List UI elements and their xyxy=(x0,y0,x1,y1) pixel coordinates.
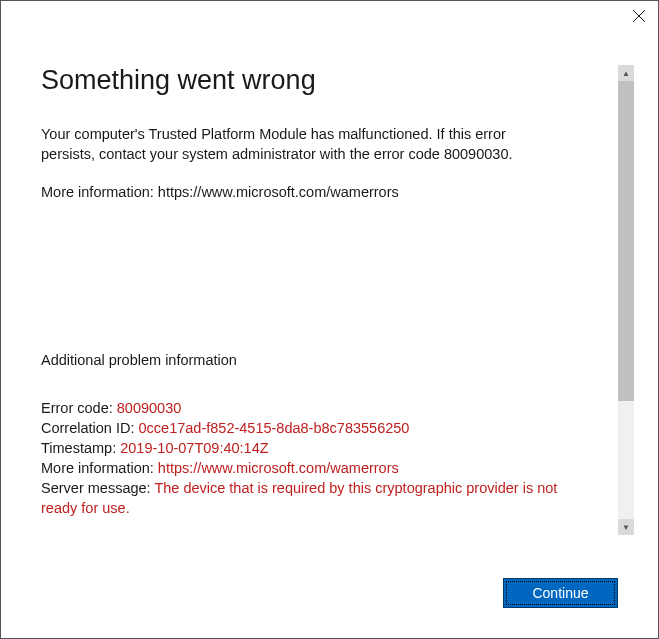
additional-info-header: Additional problem information xyxy=(41,352,618,368)
dialog-footer: Continue xyxy=(1,568,658,638)
detail-more-info-line: More information: https://www.microsoft.… xyxy=(41,458,618,478)
correlation-id-label: Correlation ID: xyxy=(41,420,139,436)
timestamp-line: Timestamp: 2019-10-07T09:40:14Z xyxy=(41,438,618,458)
error-code-value: 80090030 xyxy=(117,400,182,416)
scrollbar[interactable]: ▲ ▼ xyxy=(618,65,634,535)
error-code-label: Error code: xyxy=(41,400,117,416)
timestamp-label: Timestamp: xyxy=(41,440,120,456)
dialog-content: Something went wrong Your computer's Tru… xyxy=(1,1,658,568)
timestamp-value: 2019-10-07T09:40:14Z xyxy=(120,440,268,456)
scrollbar-thumb[interactable] xyxy=(618,81,634,401)
detail-more-info-label: More information: xyxy=(41,460,158,476)
scrollbar-down-arrow[interactable]: ▼ xyxy=(618,519,634,535)
more-information-line: More information: https://www.microsoft.… xyxy=(41,182,618,202)
correlation-id-line: Correlation ID: 0cce17ad-f852-4515-8da8-… xyxy=(41,418,618,438)
server-message-label: Server message: xyxy=(41,480,154,496)
more-info-prefix: More information: xyxy=(41,184,158,200)
spacer xyxy=(41,202,618,352)
detail-more-info-url: https://www.microsoft.com/wamerrors xyxy=(158,460,399,476)
server-message-line: Server message: The device that is requi… xyxy=(41,478,618,518)
error-dialog: Something went wrong Your computer's Tru… xyxy=(0,0,659,639)
continue-button[interactable]: Continue xyxy=(503,578,618,608)
error-code-line: Error code: 80090030 xyxy=(41,398,618,418)
scrollbar-up-arrow[interactable]: ▲ xyxy=(618,65,634,81)
more-info-url: https://www.microsoft.com/wamerrors xyxy=(158,184,399,200)
dialog-title: Something went wrong xyxy=(41,65,618,96)
error-message: Your computer's Trusted Platform Module … xyxy=(41,124,618,164)
correlation-id-value: 0cce17ad-f852-4515-8da8-b8c783556250 xyxy=(139,420,410,436)
